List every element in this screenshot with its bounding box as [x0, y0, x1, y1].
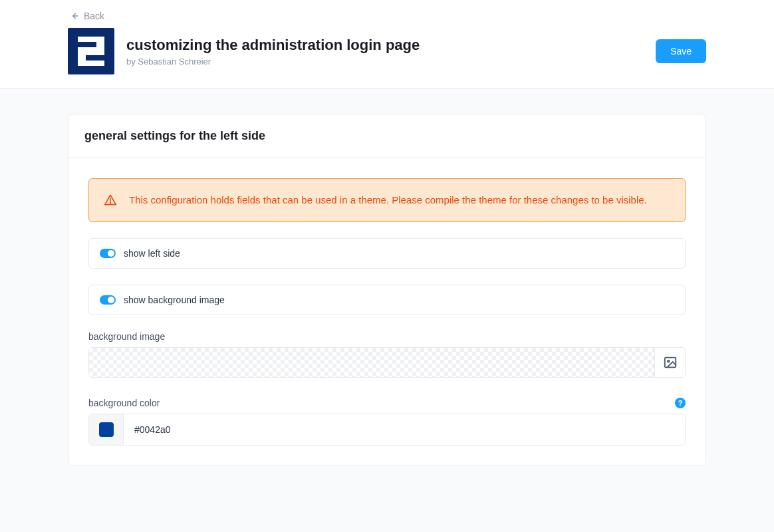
theme-compile-alert: This configuration holds fields that can…	[88, 178, 686, 222]
bg-color-label-row: background color ?	[88, 398, 686, 408]
author-name: Sebastian Schreier	[138, 57, 211, 66]
media-picker-button[interactable]	[654, 348, 685, 377]
byline: by Sebastian Schreier	[126, 57, 420, 66]
background-color-input	[88, 414, 686, 446]
warning-icon	[104, 194, 117, 207]
bg-image-label: background image	[88, 331, 686, 342]
title-block: customizing the administration login pag…	[126, 36, 420, 66]
toggle-row-show-background-image: show background image	[88, 285, 686, 315]
toggle-label: show background image	[124, 295, 225, 305]
page-header: Back customizing the administration logi…	[0, 0, 774, 88]
image-icon	[663, 355, 678, 370]
media-preview[interactable]	[89, 348, 654, 377]
color-swatch[interactable]	[99, 422, 114, 437]
toggle-row-show-left-side: show left side	[88, 238, 686, 269]
back-label: Back	[84, 11, 104, 21]
arrow-left-icon	[70, 12, 78, 20]
background-image-input	[88, 347, 686, 378]
color-value-field[interactable]	[124, 414, 685, 445]
back-link[interactable]: Back	[70, 11, 104, 21]
plugin-icon	[68, 28, 114, 74]
save-button[interactable]: Save	[656, 39, 706, 63]
svg-point-3	[667, 360, 669, 362]
toggle-label: show left side	[124, 248, 180, 259]
bg-color-label: background color	[88, 398, 160, 408]
alert-text: This configuration holds fields that can…	[129, 192, 647, 208]
color-swatch-wrap	[89, 414, 124, 445]
toggle-show-left-side[interactable]	[100, 249, 116, 258]
page-title: customizing the administration login pag…	[126, 36, 420, 55]
svg-point-1	[110, 203, 111, 203]
card-header: general settings for the left side	[68, 114, 706, 158]
card-title: general settings for the left side	[84, 129, 690, 143]
help-icon[interactable]: ?	[675, 398, 686, 408]
toggle-show-background-image[interactable]	[100, 295, 116, 305]
settings-card: general settings for the left side This …	[68, 114, 706, 466]
